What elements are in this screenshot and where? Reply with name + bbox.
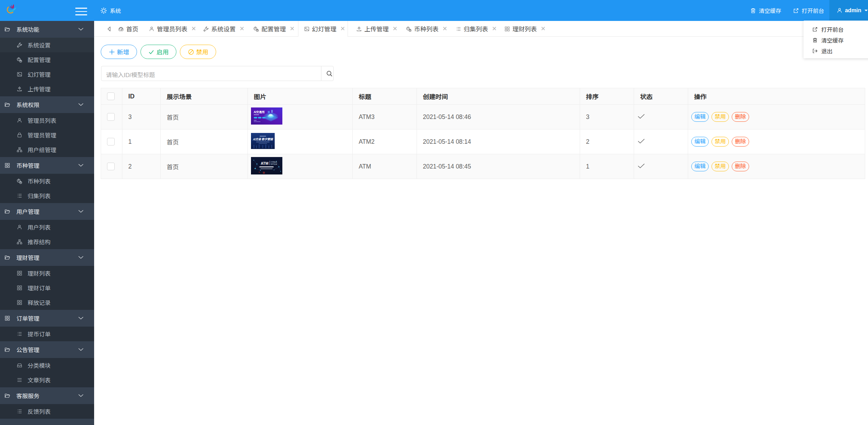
svg-text:支付发展: 支付发展	[271, 163, 277, 165]
svg-text:AI交易所: AI交易所	[253, 110, 265, 114]
svg-text:AI交易 数字营销: AI交易 数字营销	[253, 137, 274, 141]
svg-text:ATM: ATM	[261, 161, 268, 165]
